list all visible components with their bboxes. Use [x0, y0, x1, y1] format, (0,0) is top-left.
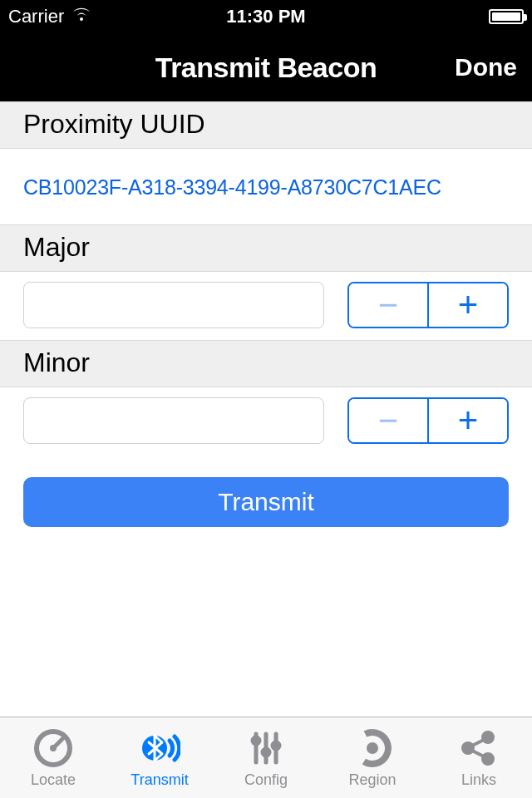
clock-label: 11:30 PM — [226, 6, 305, 27]
tab-label-transmit: Transmit — [131, 771, 188, 789]
page-title: Transmit Beacon — [155, 52, 377, 84]
tab-label-locate: Locate — [31, 771, 76, 789]
nav-bar: Transmit Beacon Done — [0, 33, 532, 101]
section-proximity-uuid: Proximity UUID — [0, 101, 532, 149]
svg-line-2 — [53, 739, 62, 748]
tab-bar: Locate Transmit Config — [0, 717, 532, 798]
done-button[interactable]: Done — [455, 53, 517, 81]
bluetooth-icon — [138, 727, 181, 770]
tab-transmit[interactable]: Transmit — [106, 717, 213, 798]
region-icon — [351, 727, 394, 770]
status-bar: Carrier 11:30 PM — [0, 0, 532, 33]
svg-point-5 — [253, 737, 259, 744]
svg-line-14 — [470, 739, 485, 746]
major-stepper-minus[interactable]: − — [349, 283, 427, 327]
svg-point-10 — [367, 742, 378, 754]
transmit-button[interactable]: Transmit — [23, 477, 509, 527]
section-minor: Minor — [0, 340, 532, 387]
battery-icon — [489, 9, 524, 24]
tab-region[interactable]: Region — [319, 717, 426, 798]
tab-label-config: Config — [244, 771, 288, 789]
minor-stepper: − + — [347, 397, 509, 444]
major-stepper-plus[interactable]: + — [429, 283, 507, 327]
minor-stepper-minus[interactable]: − — [349, 399, 427, 442]
tab-locate[interactable]: Locate — [0, 717, 106, 798]
minor-input[interactable] — [23, 397, 324, 444]
section-major: Major — [0, 224, 532, 272]
svg-point-9 — [273, 742, 279, 749]
svg-point-7 — [263, 749, 269, 756]
sliders-icon — [244, 727, 288, 770]
tab-links[interactable]: Links — [426, 717, 532, 798]
tab-label-region: Region — [348, 771, 396, 789]
wifi-icon — [71, 6, 92, 27]
svg-line-15 — [470, 750, 485, 757]
minor-stepper-plus[interactable]: + — [429, 399, 507, 442]
links-icon — [457, 727, 500, 770]
major-input[interactable] — [23, 282, 324, 328]
carrier-label: Carrier — [8, 6, 64, 27]
gauge-icon — [32, 727, 75, 770]
uuid-value[interactable]: CB10023F-A318-3394-4199-A8730C7C1AEC — [0, 149, 532, 224]
tab-label-links: Links — [461, 771, 496, 789]
tab-config[interactable]: Config — [213, 717, 319, 798]
major-stepper: − + — [347, 282, 509, 328]
